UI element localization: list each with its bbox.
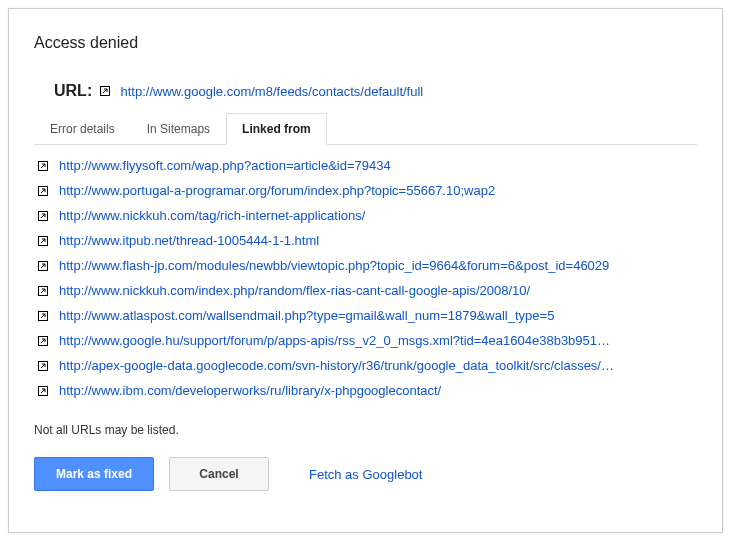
external-link-icon <box>38 311 48 321</box>
linked-from-url[interactable]: http://www.ibm.com/developerworks/ru/lib… <box>59 383 441 398</box>
list-item: http://www.nickkuh.com/index.php/random/… <box>34 278 697 303</box>
linked-from-url[interactable]: http://apex-google-data.googlecode.com/s… <box>59 358 614 373</box>
external-link-icon <box>38 336 48 346</box>
dialog-actions: Mark as fixed Cancel Fetch as Googlebot <box>34 457 697 491</box>
linked-from-url[interactable]: http://www.nickkuh.com/tag/rich-internet… <box>59 208 365 223</box>
linked-from-url[interactable]: http://www.atlaspost.com/wallsendmail.ph… <box>59 308 554 323</box>
external-link-icon <box>38 286 48 296</box>
list-item: http://apex-google-data.googlecode.com/s… <box>34 353 697 378</box>
list-item: http://www.flyysoft.com/wap.php?action=a… <box>34 153 697 178</box>
tab-in-sitemaps[interactable]: In Sitemaps <box>131 113 226 145</box>
list-item: http://www.ibm.com/developerworks/ru/lib… <box>34 378 697 403</box>
linked-from-url[interactable]: http://www.google.hu/support/forum/p/app… <box>59 333 610 348</box>
list-note: Not all URLs may be listed. <box>34 423 697 437</box>
external-link-icon <box>38 161 48 171</box>
external-link-icon <box>38 186 48 196</box>
linked-from-url[interactable]: http://www.itpub.net/thread-1005444-1-1.… <box>59 233 319 248</box>
external-link-icon <box>38 211 48 221</box>
list-item: http://www.google.hu/support/forum/p/app… <box>34 328 697 353</box>
dialog-title: Access denied <box>34 34 697 52</box>
external-link-icon <box>100 86 110 96</box>
cancel-button[interactable]: Cancel <box>169 457 269 491</box>
main-url-link[interactable]: http://www.google.com/m8/feeds/contacts/… <box>120 84 423 99</box>
linked-from-url[interactable]: http://www.flyysoft.com/wap.php?action=a… <box>59 158 391 173</box>
access-denied-dialog: Access denied URL: http://www.google.com… <box>8 8 723 533</box>
linked-from-list: http://www.flyysoft.com/wap.php?action=a… <box>34 153 697 403</box>
tabs: Error details In Sitemaps Linked from <box>34 112 697 145</box>
linked-from-url[interactable]: http://www.nickkuh.com/index.php/random/… <box>59 283 530 298</box>
url-row: URL: http://www.google.com/m8/feeds/cont… <box>54 82 697 100</box>
tab-error-details[interactable]: Error details <box>34 113 131 145</box>
fetch-as-googlebot-link[interactable]: Fetch as Googlebot <box>309 467 422 482</box>
list-item: http://www.portugal-a-programar.org/foru… <box>34 178 697 203</box>
mark-as-fixed-button[interactable]: Mark as fixed <box>34 457 154 491</box>
list-item: http://www.atlaspost.com/wallsendmail.ph… <box>34 303 697 328</box>
tab-linked-from[interactable]: Linked from <box>226 113 327 145</box>
external-link-icon <box>38 236 48 246</box>
url-label: URL: <box>54 82 92 100</box>
external-link-icon <box>38 261 48 271</box>
list-item: http://www.nickkuh.com/tag/rich-internet… <box>34 203 697 228</box>
external-link-icon <box>38 361 48 371</box>
list-item: http://www.flash-jp.com/modules/newbb/vi… <box>34 253 697 278</box>
linked-from-url[interactable]: http://www.portugal-a-programar.org/foru… <box>59 183 495 198</box>
list-item: http://www.itpub.net/thread-1005444-1-1.… <box>34 228 697 253</box>
linked-from-url[interactable]: http://www.flash-jp.com/modules/newbb/vi… <box>59 258 609 273</box>
external-link-icon <box>38 386 48 396</box>
